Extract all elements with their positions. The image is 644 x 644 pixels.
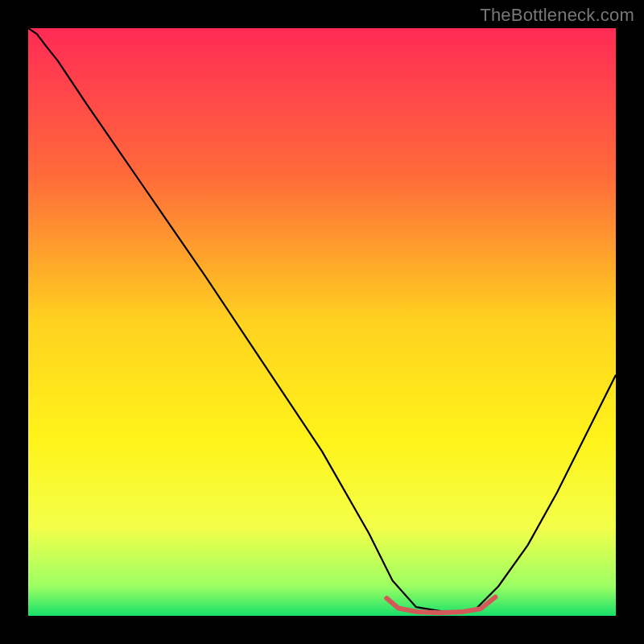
chart-svg [28, 28, 616, 616]
watermark-text: TheBottleneck.com [480, 5, 634, 26]
chart-frame: TheBottleneck.com [0, 0, 644, 644]
plot-area [28, 28, 616, 616]
gradient-background [28, 28, 616, 616]
